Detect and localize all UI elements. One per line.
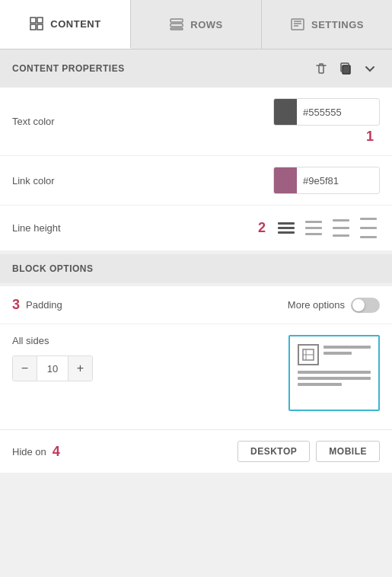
thumb-top	[298, 344, 371, 365]
svg-rect-1	[37, 18, 43, 23]
hide-on-label: Hide on 4	[12, 444, 66, 460]
tab-settings[interactable]: SETTINGS	[262, 0, 392, 49]
svg-rect-0	[30, 18, 36, 23]
thumb-line	[323, 346, 371, 349]
all-sides-label: All sides	[12, 335, 93, 346]
line-height-relaxed[interactable]	[330, 218, 352, 238]
stepper-value: 10	[37, 356, 68, 381]
thumb-line	[298, 377, 371, 380]
text-color-row: Text color #555555 1	[0, 88, 392, 156]
block-options-header: BLOCK OPTIONS	[0, 254, 392, 283]
svg-rect-5	[171, 24, 183, 27]
link-color-value: #9e5f81	[297, 175, 379, 186]
padding-row: 3 Padding More options	[0, 286, 392, 324]
settings-icon	[290, 17, 305, 32]
padding-stepper: − 10 +	[12, 355, 93, 381]
tab-bar: CONTENT ROWS SETTINGS	[0, 0, 392, 49]
text-color-input[interactable]: #555555	[273, 98, 380, 126]
hide-on-buttons: DESKTOP MOBILE	[237, 441, 380, 462]
stepper-increment[interactable]: +	[68, 356, 92, 381]
header-actions	[311, 59, 380, 78]
step-2: 2	[258, 220, 266, 236]
svg-rect-2	[30, 24, 36, 30]
block-options-label: BLOCK OPTIONS	[12, 263, 94, 274]
step-3: 3	[12, 297, 20, 313]
padding-preview	[288, 335, 380, 411]
thumb-line	[323, 352, 352, 355]
all-sides-left: All sides − 10 +	[12, 335, 93, 381]
hide-mobile-button[interactable]: MOBILE	[316, 441, 380, 462]
more-options-container: More options	[288, 298, 380, 313]
thumb-lines-top	[323, 346, 371, 355]
thumb-lines-bottom	[298, 371, 371, 386]
more-options-label: More options	[288, 299, 345, 311]
stepper-decrement[interactable]: −	[13, 356, 37, 381]
text-color-swatch[interactable]	[274, 99, 297, 125]
content-properties-header: CONTENT PROPERTIES	[0, 49, 392, 88]
line-height-label: Line height	[12, 222, 61, 234]
link-color-swatch[interactable]	[274, 167, 297, 193]
svg-rect-4	[171, 19, 183, 22]
svg-rect-3	[37, 24, 43, 30]
line-height-normal[interactable]	[302, 219, 325, 237]
svg-rect-6	[171, 28, 183, 30]
tab-settings-label: SETTINGS	[311, 19, 364, 30]
collapse-button[interactable]	[360, 59, 380, 78]
tab-rows-label: ROWS	[190, 19, 222, 30]
text-color-label: Text color	[12, 116, 55, 127]
thumb-line	[298, 383, 342, 386]
link-color-input[interactable]: #9e5f81	[273, 167, 380, 194]
content-properties-body: Text color #555555 1 Link color #9e5f81 …	[0, 88, 392, 251]
content-properties-label: CONTENT PROPERTIES	[12, 63, 125, 74]
padding-label: 3 Padding	[12, 297, 73, 313]
hide-desktop-button[interactable]: DESKTOP	[237, 441, 310, 462]
link-color-label: Link color	[12, 175, 55, 186]
tab-rows[interactable]: ROWS	[131, 0, 262, 49]
text-color-value: #555555	[297, 107, 379, 118]
content-icon	[29, 16, 44, 31]
line-height-compact[interactable]	[275, 221, 298, 235]
more-options-toggle[interactable]	[351, 298, 380, 313]
tab-content[interactable]: CONTENT	[0, 0, 131, 49]
step-4: 4	[53, 444, 60, 460]
line-height-options	[275, 216, 380, 240]
thumb-icon	[298, 344, 319, 365]
link-color-row: Link color #9e5f81	[0, 156, 392, 206]
all-sides-row: All sides − 10 +	[0, 324, 392, 426]
delete-button[interactable]	[311, 59, 331, 78]
copy-button[interactable]	[336, 59, 355, 78]
thumb-line	[298, 371, 371, 374]
rows-icon	[169, 17, 184, 32]
line-height-row: Line height 2	[0, 206, 392, 251]
hide-on-row: Hide on 4 DESKTOP MOBILE	[0, 429, 392, 473]
tab-content-label: CONTENT	[50, 18, 100, 30]
step-1: 1	[366, 129, 374, 145]
block-options-body: 3 Padding More options All sides − 10 +	[0, 286, 392, 473]
svg-rect-7	[292, 19, 304, 30]
line-height-loose[interactable]	[357, 216, 380, 240]
